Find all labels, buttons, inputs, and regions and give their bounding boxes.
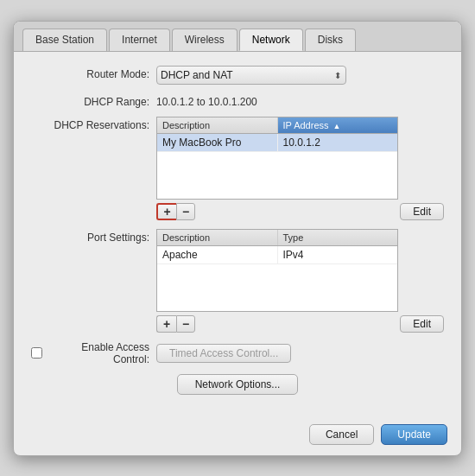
port-col-description: Description <box>157 230 278 245</box>
dhcp-edit-button[interactable]: Edit <box>400 203 444 220</box>
access-control-row: Enable Access Control: Timed Access Cont… <box>31 341 444 365</box>
access-control-control: Timed Access Control... <box>156 344 444 363</box>
router-mode-row: Router Mode: DHCP and NAT DHCP Only Off … <box>31 66 444 85</box>
port-empty-row-1 <box>157 264 397 280</box>
tab-wireless[interactable]: Wireless <box>172 29 238 51</box>
dhcp-row-ip: 10.0.1.2 <box>278 134 398 151</box>
dhcp-empty-row-1 <box>157 152 397 168</box>
dhcp-row-description: My MacBook Pro <box>157 134 278 151</box>
port-settings-table: Description Type Apache IPv4 <box>156 229 398 312</box>
dhcp-remove-button[interactable]: − <box>176 203 195 220</box>
port-btn-bar: + − Edit <box>156 315 444 333</box>
dhcp-table-body: My MacBook Pro 10.0.1.2 <box>157 134 397 199</box>
tab-network[interactable]: Network <box>239 29 303 51</box>
dhcp-table-header: Description IP Address ▲ <box>157 117 397 134</box>
port-empty-row-3 <box>157 295 397 311</box>
tab-disks[interactable]: Disks <box>305 29 356 51</box>
port-table-body: Apache IPv4 <box>157 246 397 311</box>
network-options-row: Network Options... <box>31 374 444 395</box>
router-mode-control: DHCP and NAT DHCP Only Off (Bridge Mode) <box>156 66 444 85</box>
content-area: Router Mode: DHCP and NAT DHCP Only Off … <box>14 52 461 417</box>
dhcp-reservations-table: Description IP Address ▲ My MacBook Pro … <box>156 117 398 200</box>
router-mode-select[interactable]: DHCP and NAT DHCP Only Off (Bridge Mode) <box>156 66 346 85</box>
router-mode-select-wrapper: DHCP and NAT DHCP Only Off (Bridge Mode) <box>156 66 346 85</box>
network-options-button[interactable]: Network Options... <box>177 374 299 395</box>
port-empty-row-2 <box>157 280 397 295</box>
port-edit-button[interactable]: Edit <box>400 315 444 333</box>
main-window: Base Station Internet Wireless Network D… <box>13 21 462 456</box>
footer: Cancel Update <box>14 417 461 455</box>
port-row-type: IPv4 <box>278 246 398 263</box>
dhcp-col-ip[interactable]: IP Address ▲ <box>278 117 398 133</box>
port-remove-button[interactable]: − <box>176 315 195 333</box>
dhcp-range-row: DHCP Range: 10.0.1.2 to 10.0.1.200 <box>31 93 444 108</box>
timed-access-control-button: Timed Access Control... <box>156 344 291 363</box>
table-row[interactable]: My MacBook Pro 10.0.1.2 <box>157 134 397 152</box>
dhcp-range-label: DHCP Range: <box>31 93 156 108</box>
dhcp-add-button[interactable]: + <box>156 203 176 220</box>
dhcp-empty-row-2 <box>157 168 397 183</box>
dhcp-col-description: Description <box>157 117 278 133</box>
port-settings-control: Description Type Apache IPv4 + <box>156 229 444 333</box>
access-control-checkbox[interactable] <box>31 347 42 359</box>
port-table-header: Description Type <box>157 230 397 246</box>
cancel-button[interactable]: Cancel <box>309 424 374 445</box>
port-settings-row: Port Settings: Description Type Apache I… <box>31 229 444 333</box>
tab-bar: Base Station Internet Wireless Network D… <box>14 22 461 52</box>
tab-base-station[interactable]: Base Station <box>22 29 107 51</box>
sort-arrow-icon: ▲ <box>333 122 341 130</box>
access-control-label: Enable Access Control: <box>31 341 156 365</box>
update-button[interactable]: Update <box>381 424 447 445</box>
port-col-type: Type <box>278 230 398 245</box>
port-add-button[interactable]: + <box>156 315 176 333</box>
router-mode-label: Router Mode: <box>31 66 156 80</box>
dhcp-reservations-label: DHCP Reservations: <box>31 117 156 131</box>
dhcp-btn-bar: + − Edit <box>156 203 444 220</box>
port-row-description: Apache <box>157 246 278 263</box>
dhcp-reservations-control: Description IP Address ▲ My MacBook Pro … <box>156 117 444 220</box>
port-settings-label: Port Settings: <box>31 229 156 244</box>
dhcp-reservations-row: DHCP Reservations: Description IP Addres… <box>31 117 444 220</box>
table-row[interactable]: Apache IPv4 <box>157 246 397 264</box>
dhcp-range-value: 10.0.1.2 to 10.0.1.200 <box>156 93 444 108</box>
tab-internet[interactable]: Internet <box>109 29 170 51</box>
dhcp-empty-row-3 <box>157 183 397 199</box>
